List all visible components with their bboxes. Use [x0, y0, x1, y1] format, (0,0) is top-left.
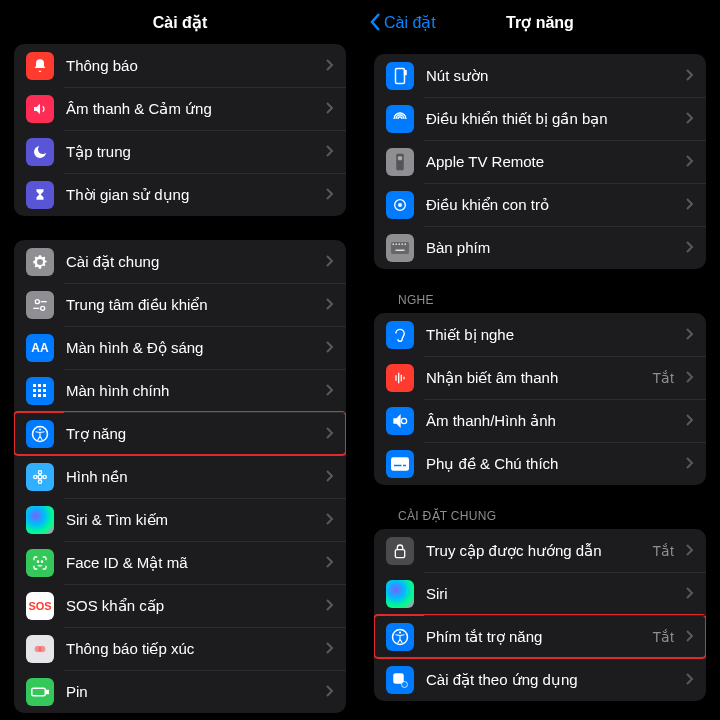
svg-rect-28	[405, 243, 407, 245]
label: Màn hình & Độ sáng	[66, 339, 314, 357]
row-per-app-settings[interactable]: Cài đặt theo ứng dụng	[374, 658, 706, 701]
svg-rect-25	[396, 243, 398, 245]
speaker-icon	[26, 95, 54, 123]
svg-point-10	[43, 475, 46, 478]
row-pointer-control[interactable]: Điều khiển con trỏ	[374, 183, 706, 226]
flower-icon	[26, 463, 54, 491]
row-accessibility-shortcut[interactable]: Phím tắt trợ năng Tắt	[374, 615, 706, 658]
chevron-right-icon	[326, 253, 334, 270]
row-siri[interactable]: Siri & Tìm kiếm	[14, 498, 346, 541]
svg-rect-32	[394, 464, 402, 466]
chevron-right-icon	[326, 425, 334, 442]
row-general[interactable]: Cài đặt chung	[14, 240, 346, 283]
audio-visual-icon	[386, 407, 414, 435]
chevron-right-icon	[686, 671, 694, 688]
svg-point-0	[35, 299, 39, 303]
label: Trung tâm điều khiển	[66, 296, 314, 314]
group-general-access: Truy cập được hướng dẫn Tắt Siri Phím tắ…	[374, 529, 706, 701]
row-home-screen[interactable]: Màn hình chính	[14, 369, 346, 412]
row-sos[interactable]: SOS SOS khẩn cấp	[14, 584, 346, 627]
subtitles-icon	[386, 450, 414, 478]
nav-title: Trợ năng	[506, 13, 574, 32]
faceid-icon	[26, 549, 54, 577]
row-guided-access[interactable]: Truy cập được hướng dẫn Tắt	[374, 529, 706, 572]
svg-rect-34	[395, 549, 404, 557]
chevron-right-icon	[686, 67, 694, 84]
row-nearby-device[interactable]: Điều khiển thiết bị gần bạn	[374, 97, 706, 140]
svg-point-20	[398, 156, 403, 161]
chevron-right-icon	[686, 196, 694, 213]
svg-rect-16	[47, 690, 49, 693]
chevron-right-icon	[686, 455, 694, 472]
row-faceid[interactable]: Face ID & Mật mã	[14, 541, 346, 584]
label: Tập trung	[66, 143, 314, 161]
group-general: Cài đặt chung Trung tâm điều khiển AA Mà…	[14, 240, 346, 713]
chevron-right-icon	[686, 542, 694, 559]
row-subtitles[interactable]: Phụ đề & Chú thích	[374, 442, 706, 485]
group-notifications: Thông báo Âm thanh & Cảm ứng Tập trung	[14, 44, 346, 216]
row-control-center[interactable]: Trung tâm điều khiển	[14, 283, 346, 326]
svg-point-22	[399, 203, 402, 206]
pointer-icon	[386, 191, 414, 219]
chevron-right-icon	[326, 100, 334, 117]
label: Truy cập được hướng dẫn	[426, 542, 641, 560]
back-button[interactable]: Cài đặt	[368, 12, 436, 32]
svg-point-8	[38, 480, 41, 483]
label: Bàn phím	[426, 239, 674, 256]
row-accessibility[interactable]: Trợ năng	[14, 412, 346, 455]
svg-point-7	[38, 470, 41, 473]
row-exposure[interactable]: Thông báo tiếp xúc	[14, 627, 346, 670]
row-display[interactable]: AA Màn hình & Độ sáng	[14, 326, 346, 369]
svg-rect-27	[402, 243, 404, 245]
ear-icon	[386, 321, 414, 349]
label: Apple TV Remote	[426, 153, 674, 170]
lock-icon	[386, 537, 414, 565]
group-hearing: Thiết bị nghe Nhận biết âm thanh Tắt Âm …	[374, 313, 706, 485]
row-screentime[interactable]: Thời gian sử dụng	[14, 173, 346, 216]
row-siri[interactable]: Siri	[374, 572, 706, 615]
row-notifications[interactable]: Thông báo	[14, 44, 346, 87]
chevron-right-icon	[326, 597, 334, 614]
siri-icon	[386, 580, 414, 608]
svg-rect-24	[393, 243, 395, 245]
chevron-right-icon	[326, 683, 334, 700]
row-wallpaper[interactable]: Hình nền	[14, 455, 346, 498]
row-battery[interactable]: Pin	[14, 670, 346, 713]
svg-rect-18	[405, 70, 407, 74]
svg-point-30	[401, 418, 406, 423]
row-keyboards[interactable]: Bàn phím	[374, 226, 706, 269]
label: Pin	[66, 683, 314, 700]
siri-icon	[26, 506, 54, 534]
svg-rect-26	[399, 243, 401, 245]
row-focus[interactable]: Tập trung	[14, 130, 346, 173]
chevron-right-icon	[686, 239, 694, 256]
value: Tắt	[653, 543, 674, 559]
chevron-right-icon	[326, 511, 334, 528]
chevron-right-icon	[686, 412, 694, 429]
label: Màn hình chính	[66, 382, 314, 399]
back-label: Cài đặt	[384, 13, 436, 32]
nav-bar: Cài đặt Trợ năng	[360, 0, 720, 44]
chevron-right-icon	[686, 110, 694, 127]
row-audio-visual[interactable]: Âm thanh/Hình ảnh	[374, 399, 706, 442]
label: Cài đặt theo ứng dụng	[426, 671, 674, 689]
label: Face ID & Mật mã	[66, 554, 314, 572]
svg-point-6	[38, 475, 42, 479]
chevron-right-icon	[326, 382, 334, 399]
apps-grid-icon	[26, 377, 54, 405]
settings-pane: Cài đặt Thông báo Âm thanh & Cảm ứng	[0, 0, 360, 720]
row-hearing-devices[interactable]: Thiết bị nghe	[374, 313, 706, 356]
label: Điều khiển con trỏ	[426, 196, 674, 214]
group-physical: Nút sườn Điều khiển thiết bị gần bạn App…	[374, 54, 706, 269]
label: Điều khiển thiết bị gần bạn	[426, 110, 674, 128]
row-sounds[interactable]: Âm thanh & Cảm ứng	[14, 87, 346, 130]
label: Thông báo	[66, 57, 314, 74]
svg-rect-29	[396, 249, 405, 251]
row-sound-recognition[interactable]: Nhận biết âm thanh Tắt	[374, 356, 706, 399]
chevron-right-icon	[686, 369, 694, 386]
row-side-button[interactable]: Nút sườn	[374, 54, 706, 97]
chevron-right-icon	[326, 143, 334, 160]
row-apple-tv-remote[interactable]: Apple TV Remote	[374, 140, 706, 183]
svg-point-12	[41, 561, 42, 562]
chevron-right-icon	[326, 554, 334, 571]
